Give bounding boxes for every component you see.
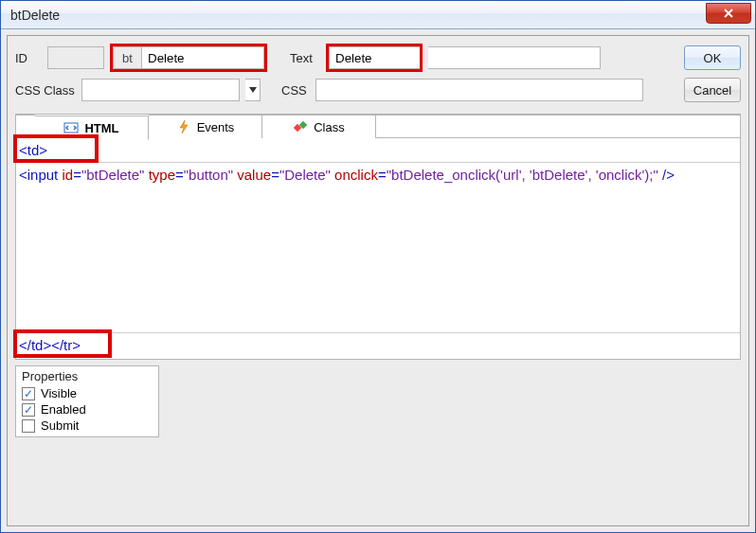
- highlight-id: bt: [110, 44, 267, 72]
- code-main-row[interactable]: <input id="btDelete" type="button" value…: [16, 163, 740, 333]
- cssclass-input[interactable]: [81, 79, 240, 101]
- css-input[interactable]: [315, 79, 643, 101]
- window-title: btDelete: [10, 8, 706, 23]
- tab-class-label: Class: [314, 120, 345, 134]
- css-label: CSS: [281, 83, 310, 98]
- row-css: CSS Class CSS Cancel: [15, 78, 741, 102]
- lightning-icon: [176, 119, 191, 134]
- id-input[interactable]: [141, 46, 264, 69]
- prop-visible-label: Visible: [41, 386, 77, 400]
- close-button[interactable]: [706, 3, 751, 24]
- ok-button[interactable]: OK: [684, 45, 741, 70]
- class-icon: [293, 119, 308, 134]
- highlight-close-td: [13, 329, 112, 358]
- prop-submit-label: Submit: [41, 418, 79, 433]
- tab-html-label: HTML: [84, 121, 118, 135]
- code-open-row[interactable]: <td>: [16, 138, 740, 163]
- titlebar: btDelete: [1, 1, 755, 29]
- tab-events-label: Events: [197, 120, 235, 134]
- id-prefix-box: [47, 46, 104, 69]
- id-label: ID: [15, 51, 42, 65]
- text-label: Text: [290, 51, 320, 65]
- prop-enabled-row[interactable]: Enabled: [22, 401, 153, 418]
- below-area: Properties Visible Enabled Submit: [15, 365, 741, 437]
- highlight-text: [326, 44, 423, 72]
- id-prefix-value: bt: [113, 46, 141, 69]
- code-area: <td> <input id="btDelete" type="button" …: [15, 138, 741, 360]
- cssclass-dropdown-button[interactable]: [245, 79, 261, 101]
- code-close-row[interactable]: </td></tr>: [16, 333, 740, 357]
- highlight-open-td: [13, 134, 99, 163]
- close-icon: [722, 8, 735, 19]
- prop-enabled-label: Enabled: [41, 402, 86, 417]
- prop-submit-checkbox[interactable]: [22, 419, 35, 433]
- prop-visible-checkbox[interactable]: [22, 387, 35, 400]
- row-id-text: ID bt Text OK: [15, 44, 741, 72]
- properties-title: Properties: [22, 369, 153, 383]
- cancel-button[interactable]: Cancel: [684, 78, 741, 102]
- chevron-down-icon: [249, 87, 257, 93]
- prop-submit-row[interactable]: Submit: [22, 418, 153, 434]
- html-icon: [63, 120, 79, 135]
- tabs: HTML Events Class: [15, 114, 741, 138]
- cssclass-label: CSS Class: [15, 83, 76, 98]
- text-input-rest[interactable]: [428, 46, 601, 69]
- dialog-body: ID bt Text OK CSS Class CSS: [7, 35, 749, 526]
- text-input-highlight[interactable]: [329, 46, 420, 69]
- tab-events[interactable]: Events: [149, 115, 262, 139]
- prop-enabled-checkbox[interactable]: [22, 403, 35, 417]
- prop-visible-row[interactable]: Visible: [22, 385, 153, 401]
- properties-panel: Properties Visible Enabled Submit: [15, 365, 159, 437]
- tab-class[interactable]: Class: [262, 115, 376, 139]
- dialog-window: btDelete ID bt Text OK CSS Class: [0, 0, 756, 533]
